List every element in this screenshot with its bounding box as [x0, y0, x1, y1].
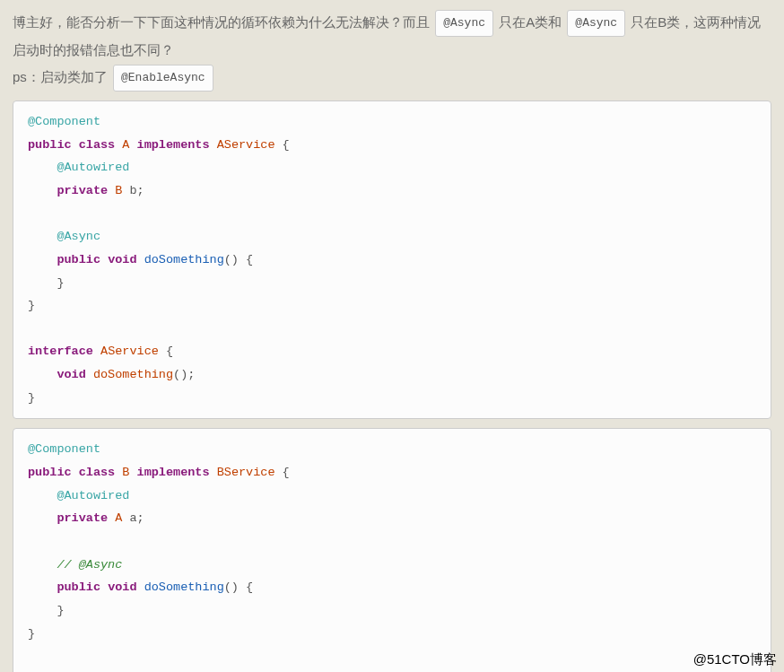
brace-close: }	[28, 627, 35, 641]
class-a: A	[122, 138, 129, 152]
kw-public2: public	[57, 580, 100, 594]
brace-close: }	[57, 604, 64, 617]
code-block-b: @Component public class B implements BSe…	[13, 428, 771, 672]
kw-private: private	[57, 511, 108, 525]
kw-void: void	[108, 580, 136, 594]
inline-code-async-2: @Async	[567, 10, 625, 37]
kw-void: void	[108, 253, 136, 266]
method-dosomething: doSomething	[144, 253, 224, 266]
kw-public: public	[28, 466, 72, 479]
q-part1: 博主好，能否分析一下下面这种情况的循环依赖为什么无法解决？而且	[13, 14, 433, 30]
annotation-component: @Component	[28, 115, 100, 128]
annotation-async: @Async	[57, 230, 100, 243]
type-aservice: AService	[217, 138, 275, 152]
inline-code-enableasync: @EnableAsync	[113, 65, 213, 92]
method-dosomething: doSomething	[144, 580, 224, 594]
kw-implements: implements	[137, 466, 210, 479]
kw-class: class	[79, 466, 116, 479]
iface-open: {	[159, 345, 173, 358]
kw-public2: public	[57, 253, 100, 266]
var-b: b;	[122, 184, 144, 197]
brace: {	[283, 138, 290, 152]
q-ps: ps：启动类加了	[13, 69, 111, 84]
kw-void2: void	[57, 368, 85, 381]
var-a: a;	[122, 511, 144, 525]
kw-private: private	[57, 184, 108, 197]
kw-class: class	[79, 138, 116, 152]
iface-method: doSomething	[93, 368, 173, 381]
method-body-open: () {	[224, 253, 253, 266]
question-text: 博主好，能否分析一下下面这种情况的循环依赖为什么无法解决？而且 @Async 只…	[13, 9, 771, 92]
annotation-autowired: @Autowired	[57, 489, 129, 502]
type-bservice: BService	[217, 466, 275, 479]
kw-interface: interface	[28, 345, 93, 358]
brace-close: }	[28, 299, 35, 312]
kw-implements: implements	[137, 138, 210, 152]
brace-close: }	[28, 391, 35, 405]
annotation-autowired: @Autowired	[57, 161, 129, 174]
inline-code-async-1: @Async	[435, 10, 493, 37]
iface-end: ();	[173, 368, 195, 381]
code-block-a: @Component public class A implements ASe…	[13, 100, 771, 419]
watermark: @51CTO博客	[693, 651, 777, 668]
brace: {	[283, 466, 290, 479]
comment-async: // @Async	[57, 558, 122, 572]
brace-close: }	[57, 276, 64, 290]
method-body-open: () {	[224, 580, 253, 594]
class-b: B	[122, 466, 129, 479]
annotation-component: @Component	[28, 442, 100, 456]
q-part2: 只在A类和	[495, 14, 565, 30]
kw-public: public	[28, 138, 72, 152]
iface-aservice: AService	[100, 345, 159, 358]
